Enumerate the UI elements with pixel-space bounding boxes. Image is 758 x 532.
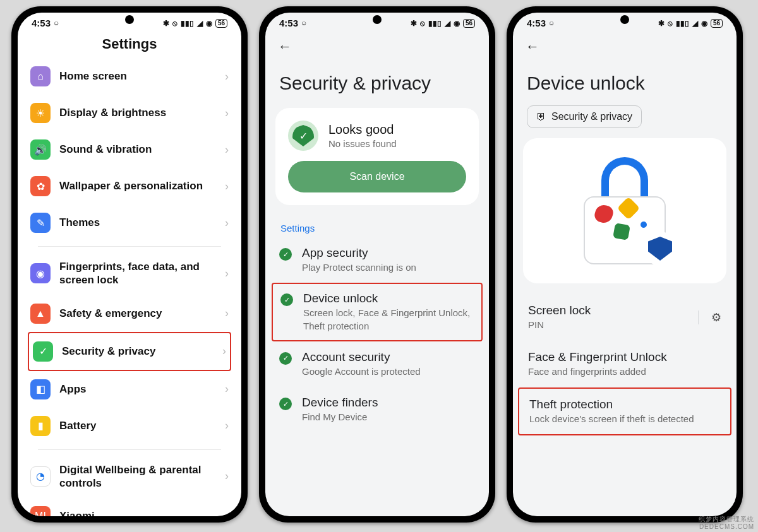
chevron-right-icon: › — [225, 180, 229, 193]
phone-2: 4:53☺ ✱⦸▮▮▯◢◉56 ← Security & privacy ✓ L… — [259, 6, 495, 523]
watermark: 织梦内容管理系统 DEDECMS.COM — [699, 516, 754, 531]
settings-item-themes[interactable]: ✎ Themes › — [28, 204, 231, 241]
chevron-right-icon: › — [225, 307, 229, 320]
chevron-right-icon: › — [225, 216, 229, 230]
settings-item-sound[interactable]: 🔊 Sound & vibration › — [28, 131, 231, 168]
status-time: 4:53 — [279, 18, 298, 28]
item-screen-lock[interactable]: Screen lock PIN ⚙ — [513, 295, 737, 340]
item-device-unlock[interactable]: ✓ Device unlockScreen lock, Face & Finge… — [272, 283, 483, 341]
divider — [38, 246, 221, 247]
settings-item-safety[interactable]: ▲ Safety & emergency › — [28, 295, 231, 332]
section-label: Settings — [265, 215, 489, 237]
wifi-icon: ◉ — [454, 19, 460, 28]
wellbeing-icon: ◔ — [30, 466, 51, 487]
dnd-icon: ⦸ — [420, 19, 425, 28]
chevron-right-icon: › — [222, 345, 226, 358]
bluetooth-icon: ✱ — [658, 19, 665, 28]
chevron-right-icon: › — [225, 143, 229, 157]
lock-illustration — [523, 138, 726, 283]
item-device-finders[interactable]: ✓ Device findersFind My Device — [265, 387, 489, 432]
apps-icon: ◧ — [30, 379, 51, 399]
shield-outline-icon: ⛨ — [536, 111, 546, 122]
status-face-icon: ☺ — [548, 20, 555, 27]
scan-device-button[interactable]: Scan device — [288, 161, 466, 192]
chevron-right-icon: › — [225, 70, 229, 83]
settings-item-home-screen[interactable]: ⌂ Home screen › — [28, 61, 231, 95]
signal-icon: ▮▮▯ — [676, 19, 689, 28]
battery-indicator: 56 — [215, 19, 227, 28]
page-title: Device unlock — [513, 59, 737, 105]
page-title: Settings — [18, 30, 241, 61]
wallpaper-icon: ✿ — [30, 176, 51, 196]
status-time: 4:53 — [527, 18, 546, 28]
signal2-icon: ◢ — [445, 19, 450, 28]
camera-notch-icon — [373, 15, 382, 24]
settings-item-xiaomi[interactable]: MI Xiaomi — [28, 498, 231, 516]
settings-list: ⌂ Home screen › ☀ Display & brightness ›… — [18, 61, 241, 516]
status-sub: No issues found — [328, 138, 397, 149]
brightness-icon: ☀ — [30, 103, 51, 123]
xiaomi-icon: MI — [30, 506, 51, 516]
settings-item-wellbeing[interactable]: ◔ Digital Wellbeing & parental controls … — [28, 455, 231, 499]
status-face-icon: ☺ — [301, 20, 307, 27]
signal-icon: ▮▮▯ — [181, 19, 194, 28]
camera-notch-icon — [620, 15, 629, 24]
dnd-icon: ⦸ — [668, 19, 673, 28]
check-icon: ✓ — [280, 293, 293, 306]
page-title: Security & privacy — [265, 59, 489, 105]
themes-icon: ✎ — [30, 213, 51, 233]
bluetooth-icon: ✱ — [411, 19, 417, 28]
item-app-security[interactable]: ✓ App securityPlay Protect scanning is o… — [265, 237, 489, 283]
shield-check-icon: ✓ — [288, 121, 318, 151]
signal2-icon: ◢ — [692, 19, 698, 28]
item-account-security[interactable]: ✓ Account securityGoogle Account is prot… — [265, 341, 489, 387]
phone-1: 4:53☺ ✱ ⦸ ▮▮▯ ◢ ◉ 56 Settings ⌂ Home scr… — [11, 6, 248, 523]
battery-icon: ▮ — [30, 416, 51, 436]
status-face-icon: ☺ — [53, 20, 59, 27]
settings-item-apps[interactable]: ◧ Apps › — [28, 371, 231, 408]
check-icon: ✓ — [279, 398, 292, 410]
settings-item-fingerprints[interactable]: ◉ Fingerprints, face data, and screen lo… — [28, 252, 231, 295]
shield-icon: ✓ — [33, 341, 53, 362]
settings-item-display[interactable]: ☀ Display & brightness › — [28, 95, 231, 131]
security-status-card: ✓ Looks good No issues found Scan device — [275, 108, 479, 205]
back-button[interactable]: ← — [275, 36, 294, 57]
gear-icon[interactable]: ⚙ — [698, 310, 721, 324]
settings-item-battery[interactable]: ▮ Battery › — [28, 408, 231, 444]
chevron-right-icon: › — [225, 470, 229, 483]
item-face-fingerprint[interactable]: Face & Fingerprint Unlock Face and finge… — [513, 340, 737, 388]
check-icon: ✓ — [279, 352, 292, 365]
bluetooth-icon: ✱ — [163, 19, 169, 28]
sound-icon: 🔊 — [30, 139, 51, 160]
phone-3: 4:53☺ ✱⦸▮▮▯◢◉56 ← Device unlock ⛨ Securi… — [507, 6, 743, 523]
divider — [38, 449, 221, 450]
safety-icon: ▲ — [30, 304, 51, 324]
check-icon: ✓ — [279, 248, 292, 261]
chevron-right-icon: › — [225, 267, 229, 280]
settings-item-wallpaper[interactable]: ✿ Wallpaper & personaliza­tion › — [28, 168, 231, 204]
status-time: 4:53 — [32, 18, 51, 28]
chevron-right-icon: › — [225, 382, 229, 396]
wifi-icon: ◉ — [206, 19, 212, 28]
signal-icon: ▮▮▯ — [428, 19, 442, 28]
chevron-right-icon: › — [225, 419, 229, 432]
dnd-icon: ⦸ — [172, 19, 177, 28]
battery-indicator: 56 — [711, 19, 723, 28]
fingerprint-icon: ◉ — [30, 263, 51, 283]
battery-indicator: 56 — [463, 19, 475, 28]
signal2-icon: ◢ — [197, 19, 203, 28]
settings-item-security[interactable]: ✓ Security & privacy › — [28, 332, 231, 371]
back-button[interactable]: ← — [523, 36, 542, 57]
status-title: Looks good — [328, 122, 397, 137]
breadcrumb-chip[interactable]: ⛨ Security & privacy — [527, 105, 642, 128]
home-icon: ⌂ — [30, 66, 51, 86]
item-theft-protection[interactable]: Theft protection Lock device's screen if… — [518, 387, 731, 435]
wifi-icon: ◉ — [701, 19, 707, 28]
shield-icon — [643, 232, 677, 266]
camera-notch-icon — [125, 15, 134, 24]
chevron-right-icon: › — [225, 107, 229, 120]
